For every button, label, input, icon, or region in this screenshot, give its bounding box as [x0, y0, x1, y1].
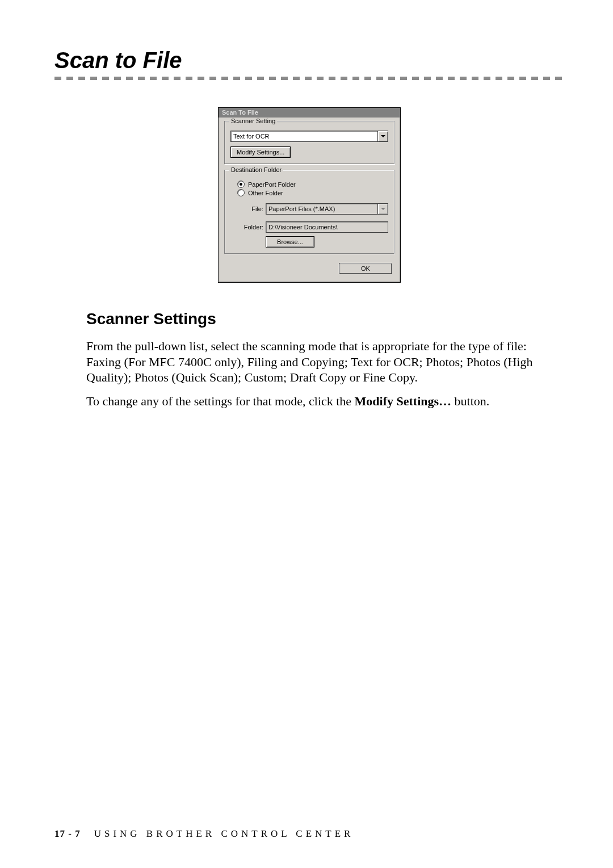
chevron-down-icon	[381, 135, 385, 137]
para2-post: button.	[451, 394, 489, 408]
body-paragraph-2: To change any of the settings for that m…	[86, 393, 564, 409]
radio-icon	[237, 189, 245, 196]
section-title: Scan to File	[54, 48, 564, 73]
scan-mode-combo[interactable]: Text for OCR	[230, 131, 388, 142]
subsection-heading: Scanner Settings	[86, 310, 564, 328]
para2-pre: To change any of the settings for that m…	[86, 394, 355, 408]
radio-label: PaperPort Folder	[248, 181, 296, 188]
ok-button[interactable]: OK	[339, 263, 392, 274]
radio-label: Other Folder	[248, 190, 283, 196]
dropdown-button[interactable]	[378, 131, 388, 142]
scan-mode-value: Text for OCR	[230, 131, 378, 142]
radio-other-folder[interactable]: Other Folder	[237, 189, 388, 196]
page-number: 17 - 7	[54, 828, 81, 839]
scan-to-file-dialog: Scan To File Scanner Setting Text for OC…	[218, 107, 401, 283]
radio-paperport-folder[interactable]: PaperPort Folder	[237, 181, 388, 188]
destination-folder-group: Destination Folder PaperPort Folder Othe…	[224, 170, 394, 254]
dropdown-button[interactable]	[378, 203, 388, 215]
divider-dashes	[54, 77, 564, 80]
page-footer: 17 - 7 USING BROTHER CONTROL CENTER	[54, 828, 354, 840]
browse-button[interactable]: Browse...	[266, 236, 314, 248]
folder-label: Folder:	[230, 224, 266, 230]
radio-icon	[237, 181, 245, 188]
dialog-titlebar[interactable]: Scan To File	[219, 108, 400, 118]
file-label: File:	[230, 206, 266, 212]
para2-bold: Modify Settings…	[355, 394, 452, 408]
modify-settings-button[interactable]: Modify Settings...	[230, 146, 291, 158]
body-paragraph-1: From the pull-down list, select the scan…	[86, 338, 564, 385]
scanner-setting-group: Scanner Setting Text for OCR Modify Sett…	[224, 121, 394, 164]
file-type-value: PaperPort Files (*.MAX)	[266, 203, 378, 215]
chevron-down-icon	[381, 208, 385, 210]
scanner-setting-legend: Scanner Setting	[229, 118, 277, 124]
destination-folder-legend: Destination Folder	[229, 166, 283, 173]
folder-path-value[interactable]: D:\Visioneer Documents\	[266, 221, 388, 233]
footer-section-name: USING BROTHER CONTROL CENTER	[94, 828, 354, 839]
